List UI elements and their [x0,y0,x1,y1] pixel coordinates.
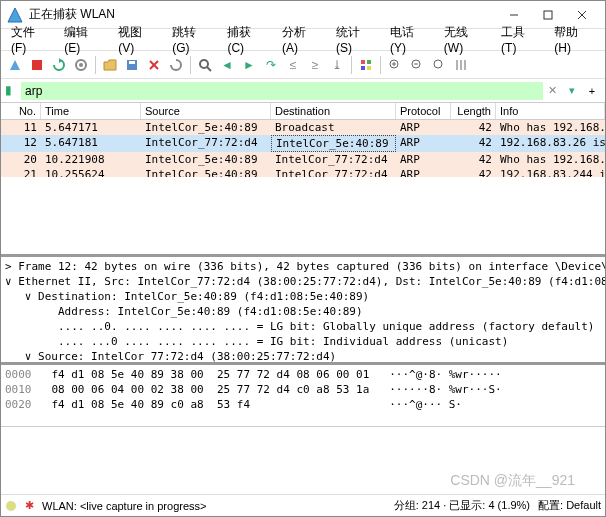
separator [95,56,96,74]
separator [190,56,191,74]
menu-capture[interactable]: 捕获(C) [221,22,274,57]
col-destination[interactable]: Destination [271,103,396,119]
filter-bar: ▮ ✕ ▾ + [1,79,605,103]
menu-bar: 文件(F) 编辑(E) 视图(V) 跳转(G) 捕获(C) 分析(A) 统计(S… [1,29,605,51]
svg-rect-8 [129,61,135,64]
colorize-icon[interactable] [356,55,376,75]
packet-list: No. Time Source Destination Protocol Len… [1,103,605,177]
last-icon[interactable]: ≥ [305,55,325,75]
hex-row[interactable]: 0010 08 00 06 04 00 02 38 00 25 77 72 d4… [5,382,601,397]
reload-icon[interactable] [166,55,186,75]
hex-row[interactable]: 0020 f4 d1 08 5e 40 89 c0 a8 53 f4 ···^@… [5,397,601,412]
svg-rect-13 [361,60,365,64]
col-no[interactable]: No. [1,103,41,119]
detail-address[interactable]: Address: IntelCor_5e:40:89 (f4:d1:08:5e:… [5,304,601,319]
save-file-icon[interactable] [122,55,142,75]
empty-area [1,177,605,257]
menu-wireless[interactable]: 无线(W) [438,22,493,57]
hex-view[interactable]: 0000 f4 d1 08 5e 40 89 38 00 25 77 72 d4… [1,365,605,427]
find-icon[interactable] [195,55,215,75]
zoom-reset-icon[interactable] [429,55,449,75]
display-filter-input[interactable] [21,82,543,100]
detail-destination[interactable]: ∨ Destination: IntelCor_5e:40:89 (f4:d1:… [5,289,601,304]
status-packets: 分组: 214 · 已显示: 4 (1.9%) [394,498,530,513]
svg-point-22 [434,60,442,68]
status-indicator-icon[interactable] [5,500,17,512]
svg-rect-1 [544,11,552,19]
svg-rect-14 [367,60,371,64]
detail-frame[interactable]: > Frame 12: 42 bytes on wire (336 bits),… [5,259,601,274]
menu-edit[interactable]: 编辑(E) [58,22,110,57]
apply-filter-icon[interactable]: ▾ [563,82,581,100]
svg-rect-16 [367,66,371,70]
col-info[interactable]: Info [496,103,605,119]
separator [380,56,381,74]
svg-point-26 [6,501,16,511]
detail-lgbit[interactable]: .... ..0. .... .... .... .... = LG bit: … [5,319,601,334]
detail-source[interactable]: ∨ Source: IntelCor_77:72:d4 (38:00:25:77… [5,349,601,364]
status-bar: ✱ WLAN: <live capture in progress> 分组: 2… [1,494,605,516]
col-protocol[interactable]: Protocol [396,103,451,119]
table-row[interactable]: 115.647171IntelCor_5e:40:89BroadcastARP4… [1,120,605,135]
svg-rect-15 [361,66,365,70]
svg-line-12 [207,67,211,71]
start-capture-icon[interactable] [5,55,25,75]
clear-filter-icon[interactable]: ✕ [543,82,561,100]
open-file-icon[interactable] [100,55,120,75]
stop-capture-icon[interactable] [27,55,47,75]
menu-analyze[interactable]: 分析(A) [276,22,328,57]
col-time[interactable]: Time [41,103,141,119]
zoom-in-icon[interactable] [385,55,405,75]
col-source[interactable]: Source [141,103,271,119]
close-file-icon[interactable] [144,55,164,75]
resize-columns-icon[interactable] [451,55,471,75]
menu-tools[interactable]: 工具(T) [495,22,546,57]
zoom-out-icon[interactable] [407,55,427,75]
jump-icon[interactable]: ↷ [261,55,281,75]
separator [351,56,352,74]
detail-igbit[interactable]: .... ...0 .... .... .... .... = IG bit: … [5,334,601,349]
window-title: 正在捕获 WLAN [29,6,497,23]
menu-statistics[interactable]: 统计(S) [330,22,382,57]
hex-row[interactable]: 0000 f4 d1 08 5e 40 89 38 00 25 77 72 d4… [5,367,601,382]
table-row[interactable]: 2010.221908IntelCor_5e:40:89IntelCor_77:… [1,152,605,167]
prev-icon[interactable]: ◄ [217,55,237,75]
add-filter-icon[interactable]: + [583,82,601,100]
table-row[interactable]: 2110.255624IntelCor_5e:40:89IntelCor_77:… [1,167,605,177]
svg-rect-4 [32,60,42,70]
menu-file[interactable]: 文件(F) [5,22,56,57]
autoscroll-icon[interactable]: ⤓ [327,55,347,75]
next-icon[interactable]: ► [239,55,259,75]
menu-help[interactable]: 帮助(H) [548,22,601,57]
menu-view[interactable]: 视图(V) [112,22,164,57]
bookmark-icon[interactable]: ▮ [5,83,21,99]
options-icon[interactable] [71,55,91,75]
packet-details[interactable]: > Frame 12: 42 bytes on wire (336 bits),… [1,257,605,365]
detail-ethernet[interactable]: ∨ Ethernet II, Src: IntelCor_77:72:d4 (3… [5,274,601,289]
restart-capture-icon[interactable] [49,55,69,75]
svg-point-11 [200,60,208,68]
app-icon [7,7,23,23]
first-icon[interactable]: ≤ [283,55,303,75]
status-profile[interactable]: 配置: Default [538,498,601,513]
menu-go[interactable]: 跳转(G) [166,22,219,57]
svg-point-6 [79,63,83,67]
packet-header: No. Time Source Destination Protocol Len… [1,103,605,120]
col-length[interactable]: Length [451,103,496,119]
status-capture: WLAN: <live capture in progress> [42,500,206,512]
table-row[interactable]: 125.647181IntelCor_77:72:d4IntelCor_5e:4… [1,135,605,152]
menu-telephony[interactable]: 电话(Y) [384,22,436,57]
expert-info-icon[interactable]: ✱ [25,499,34,512]
watermark: CSDN @流年__921 [450,472,575,490]
